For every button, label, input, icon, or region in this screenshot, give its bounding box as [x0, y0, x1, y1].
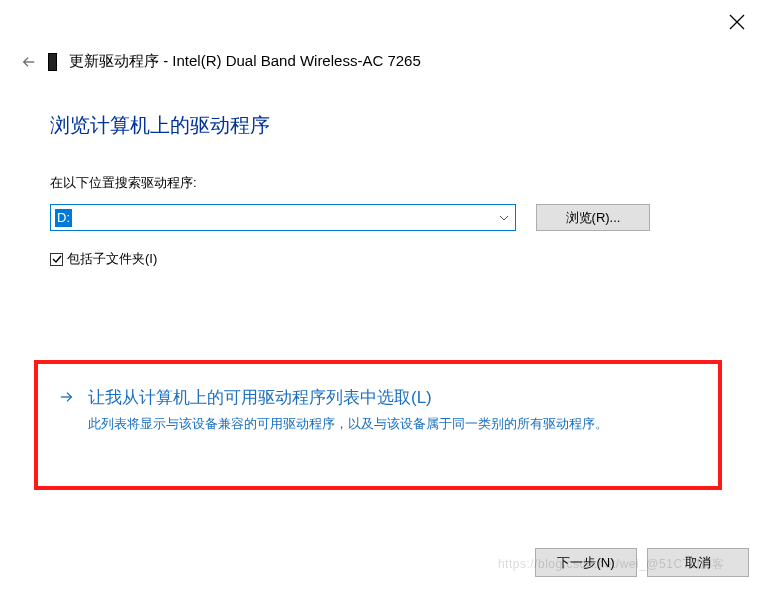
option-description: 此列表将显示与该设备兼容的可用驱动程序，以及与该设备属于同一类别的所有驱动程序。 — [88, 414, 696, 434]
include-subfolders-checkbox[interactable] — [50, 253, 63, 266]
option-text: 让我从计算机上的可用驱动程序列表中选取(L) 此列表将显示与该设备兼容的可用驱动… — [88, 386, 696, 434]
device-icon — [48, 53, 57, 71]
include-subfolders-label: 包括子文件夹(I) — [67, 250, 157, 268]
pick-from-list-option[interactable]: 让我从计算机上的可用驱动程序列表中选取(L) 此列表将显示与该设备兼容的可用驱动… — [34, 360, 722, 490]
arrow-right-icon — [60, 390, 74, 408]
check-icon — [52, 254, 62, 264]
back-arrow-icon — [22, 55, 36, 69]
close-icon — [729, 14, 745, 30]
path-combobox[interactable]: D: — [50, 204, 516, 231]
footer: 下一步(N) 取消 — [535, 548, 749, 577]
browse-button[interactable]: 浏览(R)... — [536, 204, 650, 231]
page-title: 浏览计算机上的驱动程序 — [50, 112, 270, 139]
search-label: 在以下位置搜索驱动程序: — [50, 174, 650, 192]
cancel-button[interactable]: 取消 — [647, 548, 749, 577]
path-value: D: — [55, 209, 72, 227]
header-bar: 更新驱动程序 - Intel(R) Dual Band Wireless-AC … — [22, 52, 421, 71]
close-button[interactable] — [729, 14, 745, 30]
next-button[interactable]: 下一步(N) — [535, 548, 637, 577]
window-title: 更新驱动程序 - Intel(R) Dual Band Wireless-AC … — [69, 52, 421, 71]
back-button[interactable] — [22, 55, 36, 69]
include-subfolders-row: 包括子文件夹(I) — [50, 250, 157, 268]
option-title: 让我从计算机上的可用驱动程序列表中选取(L) — [88, 386, 696, 410]
search-section: 在以下位置搜索驱动程序: D: 浏览(R)... — [50, 174, 650, 231]
chevron-down-icon — [499, 209, 509, 227]
